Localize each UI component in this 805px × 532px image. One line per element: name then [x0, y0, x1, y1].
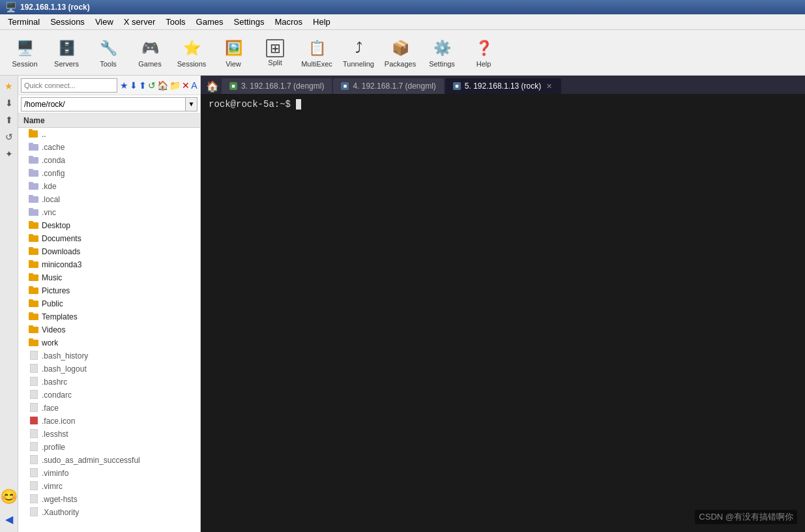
menu-tools[interactable]: Tools — [160, 16, 190, 28]
list-item[interactable]: .vimrc — [18, 480, 200, 493]
file-item-icon — [29, 390, 39, 401]
list-item[interactable]: work — [18, 336, 200, 349]
quick-connect-input[interactable] — [21, 78, 117, 93]
svg-rect-17 — [29, 234, 33, 237]
menu-sessions[interactable]: Sessions — [45, 16, 90, 28]
help-button[interactable]: ❓ Help — [464, 33, 503, 72]
menu-macros[interactable]: Macros — [269, 16, 308, 28]
list-item[interactable]: .face.icon — [18, 415, 200, 428]
file-item-icon — [29, 468, 39, 479]
terminal-area: 🏠 ■ 3. 192.168.1.7 (dengml) ■ 4. 192.168… — [201, 76, 805, 532]
file-tool-download[interactable]: ⬇ — [130, 78, 138, 93]
file-tool-home[interactable]: 🏠 — [157, 78, 168, 93]
list-item[interactable]: Public — [18, 297, 200, 310]
list-item[interactable]: miniconda3 — [18, 258, 200, 271]
path-bar: ▼ — [18, 95, 200, 113]
svg-rect-44 — [30, 481, 38, 490]
sidebar-arrow-icon[interactable]: ◀ — [1, 511, 17, 527]
file-item-icon — [29, 455, 39, 466]
servers-button[interactable]: 🗄️ Servers — [47, 33, 86, 72]
menu-settings[interactable]: Settings — [229, 16, 270, 28]
file-panel: ★ ⬇ ⬆ ↺ 🏠 📁 ✕ A ▼ Name ...cache.conda.co… — [18, 76, 201, 532]
packages-button[interactable]: 📦 Packages — [381, 33, 420, 72]
svg-rect-15 — [29, 221, 33, 224]
path-dropdown[interactable]: ▼ — [186, 97, 198, 111]
file-item-icon — [29, 351, 39, 362]
path-input[interactable] — [21, 97, 186, 111]
file-list[interactable]: ...cache.conda.config.kde.local.vncDeskt… — [18, 128, 200, 532]
sidebar-refresh-icon[interactable]: ↺ — [1, 129, 17, 145]
list-item[interactable]: Music — [18, 271, 200, 284]
sessions-button[interactable]: ⭐ Sessions — [172, 33, 211, 72]
menu-view[interactable]: View — [90, 16, 119, 28]
list-item[interactable]: Downloads — [18, 245, 200, 258]
sidebar-connect-icon[interactable]: ⬇ — [1, 95, 17, 111]
list-item[interactable]: .vnc — [18, 206, 200, 219]
list-item[interactable]: .bashrc — [18, 376, 200, 389]
list-item[interactable]: Desktop — [18, 219, 200, 232]
terminal[interactable]: rock@rock-5a:~$ — [201, 94, 805, 532]
settings-button[interactable]: ⚙️ Settings — [422, 33, 461, 72]
list-item[interactable]: .bash_history — [18, 349, 200, 362]
tab-3[interactable]: ■ 3. 192.168.1.7 (dengml) — [222, 78, 332, 94]
list-item[interactable]: .conda — [18, 154, 200, 167]
split-button[interactable]: ⊞ Split — [256, 33, 295, 72]
file-tool-rename[interactable]: A — [191, 78, 198, 93]
list-item[interactable]: .Xauthority — [18, 506, 200, 519]
file-item-name: .cache — [42, 143, 65, 152]
list-item[interactable]: .local — [18, 193, 200, 206]
multiexec-button[interactable]: 📋 MultiExec — [297, 33, 336, 72]
list-item[interactable]: .sudo_as_admin_successful — [18, 454, 200, 467]
file-item-icon — [29, 494, 39, 505]
menu-help[interactable]: Help — [308, 16, 336, 28]
file-tool-bookmark[interactable]: ★ — [120, 78, 128, 93]
file-item-name: .bash_history — [42, 351, 88, 361]
sidebar-upload-icon[interactable]: ⬆ — [1, 112, 17, 128]
list-item[interactable]: .profile — [18, 441, 200, 454]
window-title: 192.168.1.13 (rock) — [20, 3, 90, 12]
file-tool-newfolder[interactable]: 📁 — [169, 78, 181, 93]
svg-rect-46 — [30, 507, 38, 516]
svg-rect-29 — [29, 312, 33, 315]
tunneling-button[interactable]: ⤴ Tunneling — [339, 33, 378, 72]
tab-4[interactable]: ■ 4. 192.168.1.7 (dengml) — [333, 78, 443, 94]
tab-5[interactable]: ■ 5. 192.168.1.13 (rock) ✕ — [445, 78, 561, 94]
file-item-name: .kde — [42, 182, 57, 191]
list-item[interactable]: .viminfo — [18, 467, 200, 480]
list-item[interactable]: .. — [18, 128, 200, 141]
menu-bar: Terminal Sessions View X server Tools Ga… — [0, 14, 805, 30]
list-item[interactable]: .cache — [18, 141, 200, 154]
list-item[interactable]: .lesshst — [18, 428, 200, 441]
list-item[interactable]: .kde — [18, 180, 200, 193]
home-button[interactable]: 🏠 — [203, 78, 222, 94]
list-item[interactable]: .config — [18, 167, 200, 180]
sidebar-feather-icon[interactable]: ✦ — [1, 146, 17, 162]
list-item[interactable]: .wget-hsts — [18, 493, 200, 506]
list-item[interactable]: .condarc — [18, 389, 200, 402]
sidebar-star-icon[interactable]: ★ — [1, 78, 17, 94]
multiexec-icon: 📋 — [306, 38, 327, 59]
settings-icon: ⚙️ — [432, 38, 452, 59]
menu-games[interactable]: Games — [191, 16, 229, 28]
file-item-name: .viminfo — [42, 469, 68, 478]
view-button[interactable]: 🖼️ View — [214, 33, 253, 72]
menu-terminal[interactable]: Terminal — [3, 16, 45, 28]
list-item[interactable]: .face — [18, 402, 200, 415]
menu-xserver[interactable]: X server — [119, 16, 160, 28]
tools-button[interactable]: 🔧 Tools — [89, 33, 128, 72]
list-item[interactable]: .bash_logout — [18, 362, 200, 376]
file-item-icon — [29, 246, 39, 258]
svg-rect-37 — [30, 390, 38, 399]
list-item[interactable]: Videos — [18, 323, 200, 336]
list-item[interactable]: Pictures — [18, 284, 200, 297]
svg-rect-43 — [30, 468, 38, 477]
list-item[interactable]: Documents — [18, 232, 200, 245]
file-item-name: Videos — [42, 325, 65, 334]
file-tool-upload[interactable]: ⬆ — [139, 78, 147, 93]
session-button[interactable]: 🖥️ Session — [5, 33, 44, 72]
file-tool-refresh[interactable]: ↺ — [148, 78, 156, 93]
games-button[interactable]: 🎮 Games — [130, 33, 169, 72]
tab5-close[interactable]: ✕ — [545, 82, 553, 91]
list-item[interactable]: Templates — [18, 310, 200, 323]
file-tool-delete[interactable]: ✕ — [182, 78, 190, 93]
